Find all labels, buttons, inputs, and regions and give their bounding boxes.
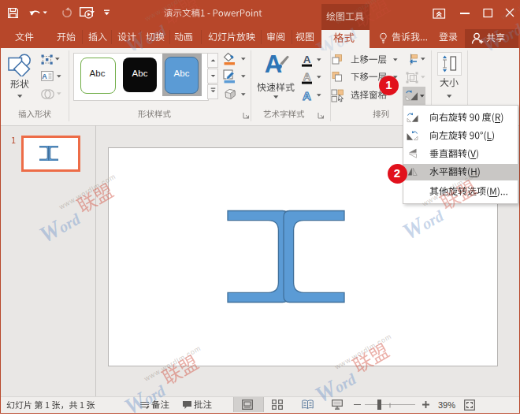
svg-text:Word: Word [121,16,170,50]
svg-text:Word: Word [477,14,520,50]
svg-text:www.wordlm.com: www.wordlm.com [499,0,520,21]
